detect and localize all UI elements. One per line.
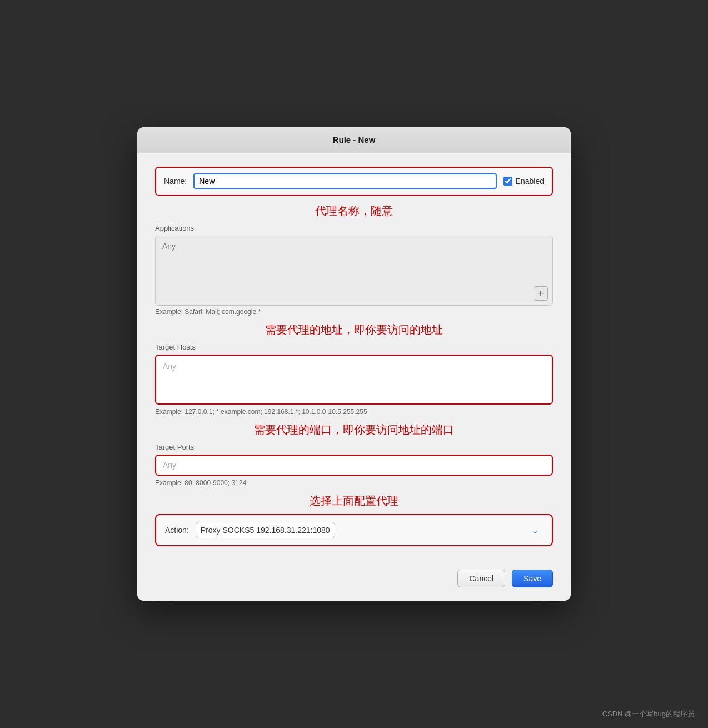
target-ports-placeholder: Any [163, 461, 176, 470]
action-label: Action: [165, 526, 189, 535]
action-select-wrapper: Proxy SOCKS5 192.168.31.221:1080 Direct … [196, 522, 543, 538]
save-button[interactable]: Save [512, 570, 553, 587]
dialog-title: Rule - New [333, 135, 376, 144]
action-section: Action: Proxy SOCKS5 192.168.31.221:1080… [155, 514, 553, 546]
cancel-button[interactable]: Cancel [457, 570, 505, 587]
target-hosts-annotation: 需要代理的地址，即你要访问的地址 [155, 322, 553, 337]
target-hosts-example: Example: 127.0.0.1; *.example.com; 192.1… [155, 408, 553, 416]
enabled-label: Enabled [516, 177, 544, 186]
applications-box: + [155, 236, 553, 306]
applications-example: Example: Safari; Mail; com.google.* [155, 308, 553, 316]
target-ports-example: Example: 80; 8000-9000; 3124 [155, 479, 553, 487]
enabled-row: Enabled [503, 177, 544, 186]
add-application-button[interactable]: + [534, 286, 548, 301]
target-ports-section: Target Ports Any Example: 80; 8000-9000;… [155, 443, 553, 487]
chevron-down-icon: ⌄ [531, 525, 539, 536]
target-ports-annotation: 需要代理的端口，即你要访问地址的端口 [155, 422, 553, 437]
target-hosts-box[interactable]: Any [155, 355, 553, 405]
target-ports-label: Target Ports [155, 443, 553, 451]
action-select[interactable]: Proxy SOCKS5 192.168.31.221:1080 Direct … [196, 522, 335, 538]
dialog-titlebar: Rule - New [137, 127, 571, 153]
enabled-checkbox[interactable] [503, 177, 512, 186]
name-input[interactable] [193, 173, 496, 189]
target-ports-box[interactable]: Any [155, 455, 553, 476]
dialog: Rule - New Name: Enabled 代理名称，随意 Applica… [137, 127, 571, 601]
applications-textarea[interactable] [156, 236, 552, 303]
dialog-footer: Cancel Save [137, 560, 571, 601]
watermark: CSDN @一个写bug的程序员 [602, 709, 695, 719]
name-label: Name: [164, 177, 187, 186]
target-hosts-label: Target Hosts [155, 343, 553, 351]
target-hosts-placeholder: Any [163, 362, 176, 371]
action-annotation: 选择上面配置代理 [155, 493, 553, 508]
target-hosts-section: Target Hosts Any Example: 127.0.0.1; *.e… [155, 343, 553, 416]
name-row: Name: Enabled [155, 167, 553, 196]
applications-annotation: 代理名称，随意 [155, 203, 553, 218]
dialog-body: Name: Enabled 代理名称，随意 Applications + Exa… [137, 153, 571, 560]
applications-section-label: Applications [155, 224, 553, 232]
page-wrapper: Rule - New Name: Enabled 代理名称，随意 Applica… [0, 0, 708, 728]
action-box: Action: Proxy SOCKS5 192.168.31.221:1080… [155, 514, 553, 546]
